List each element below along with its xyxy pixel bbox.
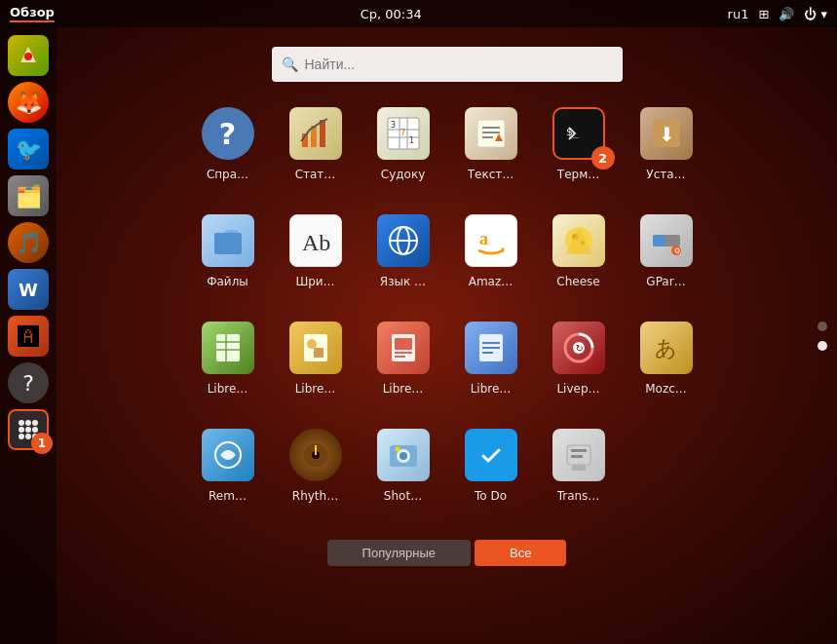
topbar-lang[interactable]: ru1	[728, 7, 749, 21]
svg-point-3	[25, 420, 31, 426]
sidebar: 🦊 🐦 🗂️ 🎵 W 🅰 ?	[0, 27, 57, 644]
app-label-livepatch: Livep…	[556, 382, 599, 396]
app-label-install: Уста…	[646, 168, 685, 181]
app-item-terminal[interactable]: $_2Терм…	[535, 95, 623, 203]
svg-line-36	[502, 248, 504, 250]
svg-text:⚙: ⚙	[673, 246, 680, 255]
svg-text:⬇: ⬇	[659, 123, 675, 146]
app-icon-libo-impress	[375, 320, 432, 376]
app-icon-amazon: a	[463, 212, 519, 269]
sidebar-item-rhythmbox[interactable]: 🎵	[8, 222, 49, 263]
app-item-stats[interactable]: Стат…	[272, 95, 360, 203]
sidebar-item-writer[interactable]: W	[8, 269, 49, 310]
app-label-remmina: Rem…	[209, 489, 247, 503]
svg-text:7: 7	[400, 129, 405, 137]
svg-rect-73	[571, 449, 587, 452]
topbar-datetime: Ср, 00:34	[361, 7, 422, 21]
svg-rect-53	[395, 338, 412, 350]
app-icon-language	[375, 212, 432, 269]
sidebar-item-files[interactable]: 🗂️	[8, 175, 49, 216]
app-item-shotwell[interactable]: Shot…	[360, 417, 447, 524]
svg-text:a: a	[479, 229, 488, 248]
svg-text:Ab: Ab	[302, 230, 330, 255]
sidebar-item-firefox[interactable]: 🦊	[8, 82, 49, 123]
tab-popular[interactable]: Популярные	[327, 540, 471, 566]
svg-point-1	[24, 53, 32, 60]
app-icon-mozc: あ	[638, 320, 695, 376]
bottom-tabs: ПопулярныеВсе	[327, 540, 567, 566]
app-item-libo-calc[interactable]: Libre…	[184, 310, 272, 417]
app-label-text: Текст…	[468, 168, 514, 181]
app-label-shotwell: Shot…	[384, 489, 422, 503]
main-area: 🔍 ?Спра…Стат…371СудокуТекст…$_2Терм…⬇Уст…	[57, 27, 837, 644]
app-label-todo: To Do	[475, 489, 507, 503]
search-wrap: 🔍	[272, 47, 623, 82]
app-item-mozc[interactable]: あMozc…	[623, 310, 710, 417]
app-label-stats: Стат…	[295, 168, 336, 181]
app-item-libo-impress[interactable]: Libre…	[360, 310, 447, 417]
app-item-todo[interactable]: To Do	[447, 417, 535, 524]
app-icon-sudoku: 371	[375, 105, 432, 162]
topbar: Обзор Ср, 00:34 ru1 ⊞ 🔊 ⏻ ▾	[0, 0, 837, 27]
svg-point-4	[32, 420, 38, 426]
app-label-mozc: Mozc…	[645, 382, 687, 396]
svg-point-7	[32, 427, 38, 433]
app-label-libo-draw: Libre…	[295, 382, 336, 396]
app-icon-cheese	[551, 212, 607, 269]
tab-all[interactable]: Все	[475, 540, 566, 566]
topbar-right: ru1 ⊞ 🔊 ⏻ ▾	[728, 7, 827, 21]
svg-rect-45	[216, 334, 240, 361]
svg-point-2	[19, 420, 24, 426]
app-item-libo-draw[interactable]: Libre…	[272, 310, 360, 417]
app-item-language[interactable]: Язык …	[360, 203, 447, 310]
app-item-sudoku[interactable]: 371Судоку	[360, 95, 447, 203]
svg-rect-74	[571, 455, 583, 458]
apps-grid: ?Спра…Стат…371СудокуТекст…$_2Терм…⬇Уста……	[184, 95, 710, 524]
app-icon-fonts: Ab	[287, 212, 344, 269]
sidebar-item-maps[interactable]	[8, 35, 49, 76]
app-item-files2[interactable]: Файлы	[184, 203, 272, 310]
app-item-livepatch[interactable]: ↻Livep…	[535, 310, 623, 417]
svg-rect-51	[314, 348, 323, 358]
svg-point-6	[25, 427, 31, 433]
app-icon-rhythmbox2	[287, 427, 344, 483]
badge-step2: 2	[591, 146, 615, 170]
app-item-gparted[interactable]: ⚙GPar…	[623, 203, 710, 310]
app-icon-text	[463, 105, 519, 162]
scroll-dot-2	[818, 341, 827, 351]
app-item-install[interactable]: ⬇Уста…	[623, 95, 710, 203]
app-icon-livepatch: ↻	[551, 320, 607, 376]
app-item-trans[interactable]: Trans…	[535, 417, 623, 524]
app-icon-gparted: ⚙	[638, 212, 695, 269]
app-label-libo-calc: Libre…	[208, 382, 248, 396]
app-item-help[interactable]: ?Спра…	[184, 95, 272, 203]
app-item-cheese[interactable]: Cheese	[535, 203, 623, 310]
svg-rect-42	[653, 235, 665, 246]
app-label-gparted: GPar…	[646, 275, 685, 288]
sidebar-item-thunderbird[interactable]: 🐦	[8, 129, 49, 170]
svg-text:1: 1	[409, 136, 414, 145]
svg-rect-71	[477, 441, 505, 469]
search-icon: 🔍	[282, 57, 298, 72]
app-item-remmina[interactable]: Rem…	[184, 417, 272, 524]
app-icon-todo	[463, 427, 519, 483]
app-icon-libo-writer	[463, 320, 519, 376]
svg-point-70	[395, 447, 399, 452]
volume-icon[interactable]: 🔊	[779, 7, 794, 21]
app-icon-trans	[551, 427, 607, 483]
app-item-libo-writer[interactable]: Libre…	[447, 310, 535, 417]
power-icon[interactable]: ⏻ ▾	[804, 7, 827, 21]
sidebar-item-help[interactable]: ?	[8, 362, 49, 403]
app-item-rhythmbox2[interactable]: Rhyth…	[272, 417, 360, 524]
sidebar-item-apps[interactable]: 1	[8, 409, 49, 450]
svg-text:↻: ↻	[575, 343, 583, 354]
search-input[interactable]	[272, 47, 623, 82]
app-item-amazon[interactable]: aAmaz…	[447, 203, 535, 310]
app-item-text[interactable]: Текст…	[447, 95, 535, 203]
app-label-trans: Trans…	[557, 489, 600, 503]
svg-text:あ: あ	[655, 336, 677, 360]
app-item-fonts[interactable]: AbШри…	[272, 203, 360, 310]
app-label-files2: Файлы	[207, 275, 248, 288]
svg-text:3: 3	[391, 121, 396, 130]
sidebar-item-appstore[interactable]: 🅰	[8, 316, 49, 357]
